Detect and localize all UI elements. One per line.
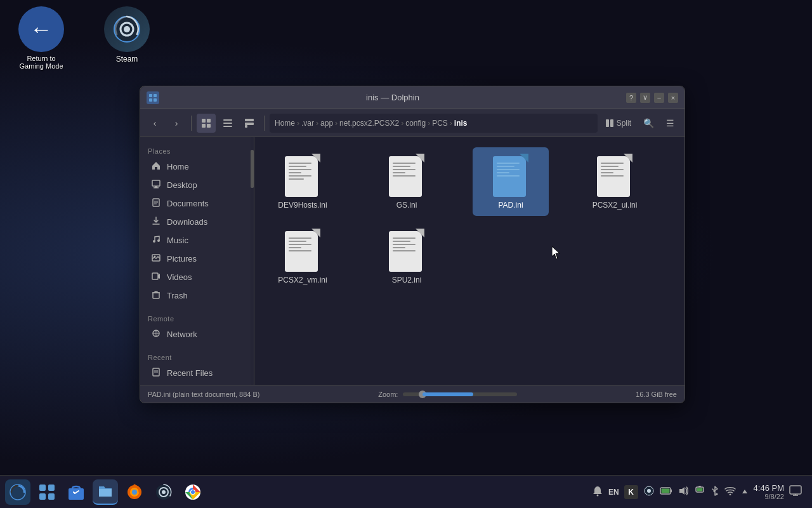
sidebar-item-music[interactable]: Music (143, 231, 251, 250)
breadcrumb[interactable]: Home › .var › app › net.pcsx2.PCSX2 › co… (270, 114, 598, 133)
steam-systray-icon[interactable] (643, 485, 655, 498)
file-icon-gs (389, 154, 424, 197)
steam-label: Steam (116, 55, 138, 64)
sidebar-item-network[interactable]: Network (143, 325, 251, 344)
lang-indicator[interactable]: EN (608, 488, 619, 497)
help-button[interactable]: ? (626, 93, 636, 103)
svg-rect-3 (149, 94, 152, 97)
zoom-track[interactable] (403, 392, 517, 396)
svg-rect-6 (154, 98, 157, 102)
systray-expand-icon[interactable] (741, 487, 749, 497)
file-item-pcsx2ui[interactable]: PCSX2_ui.ini (577, 147, 653, 216)
back-button[interactable]: ‹ (145, 114, 164, 133)
desktop-sidebar-icon (150, 180, 162, 190)
svg-rect-19 (152, 180, 160, 186)
view-details-button[interactable] (218, 114, 237, 133)
sidebar-home-label: Home (167, 162, 189, 171)
file-name-pcsx2ui: PCSX2_ui.ini (593, 201, 638, 210)
file-item-gs[interactable]: GS.ini (369, 147, 445, 216)
sidebar-item-documents[interactable]: Documents (143, 194, 251, 213)
steam-icon (104, 6, 150, 52)
file-item-pad[interactable]: PAD.ini (473, 147, 549, 216)
svg-rect-5 (149, 98, 152, 102)
breadcrumb-pcs[interactable]: PCS (432, 119, 448, 128)
status-bar: PAD.ini (plain text document, 884 B) Zoo… (140, 385, 684, 403)
view-icons-button[interactable] (197, 114, 216, 133)
wifi-icon[interactable] (724, 486, 736, 497)
split-button[interactable]: Split (600, 116, 636, 130)
file-item-dev9hosts[interactable]: DEV9Hosts.ini (265, 147, 341, 216)
steam-logo-svg (113, 15, 141, 43)
svg-rect-21 (154, 187, 159, 189)
sidebar-places-label: Places (140, 142, 254, 157)
breadcrumb-var[interactable]: .var (301, 119, 314, 128)
file-item-pcsx2vm[interactable]: PCSX2_vm.ini (265, 222, 341, 291)
main-content: Places Home (140, 137, 684, 385)
svg-rect-65 (698, 486, 701, 487)
breadcrumb-net[interactable]: net.pcsx2.PCSX2 (339, 119, 399, 128)
downloads-icon (150, 217, 162, 227)
sidebar-item-downloads[interactable]: Downloads (143, 213, 251, 231)
window-minimize-button[interactable]: − (654, 93, 664, 103)
file-area: DEV9Hosts.ini (254, 137, 684, 385)
search-button[interactable]: 🔍 (639, 114, 658, 133)
breadcrumb-home[interactable]: Home (275, 119, 295, 128)
split-label: Split (617, 119, 631, 128)
notification-icon[interactable] (592, 485, 603, 498)
breadcrumb-config[interactable]: config (405, 119, 426, 128)
desktop-icon-return[interactable]: ← Return to Gaming Mode (13, 6, 70, 70)
svg-point-53 (162, 490, 166, 494)
power-icon[interactable] (694, 485, 705, 498)
desktop-icon-steam[interactable]: Steam (98, 6, 155, 64)
battery-icon[interactable] (660, 486, 672, 497)
svg-point-60 (647, 489, 651, 493)
kbd-icon[interactable]: K (624, 485, 638, 499)
sidebar-item-videos[interactable]: Videos (143, 268, 251, 286)
toolbar-right: Split 🔍 ☰ (600, 114, 679, 133)
svg-rect-66 (697, 488, 702, 491)
taskbar-gaming-mode[interactable] (5, 479, 30, 505)
network-icon (150, 329, 162, 340)
dolphin-window: inis — Dolphin ? ∨ − × ‹ › (140, 86, 685, 403)
title-bar: inis — Dolphin ? ∨ − × (140, 86, 684, 109)
taskbar-chrome[interactable] (180, 479, 206, 505)
svg-rect-63 (661, 489, 669, 493)
taskbar-steam[interactable] (151, 479, 176, 505)
title-bar-controls: ? ∨ − × (626, 93, 678, 103)
window-minimize-down-button[interactable]: ∨ (640, 93, 650, 103)
taskbar-store[interactable] (63, 479, 89, 505)
svg-rect-16 (245, 125, 247, 128)
sidebar-item-recent-files[interactable]: Recent Files (143, 364, 251, 382)
svg-rect-20 (155, 186, 157, 187)
window-close-button[interactable]: × (668, 93, 678, 103)
breadcrumb-inis[interactable]: inis (454, 119, 468, 128)
display-icon[interactable] (789, 485, 802, 498)
sidebar-item-home[interactable]: Home (143, 157, 251, 176)
sidebar-music-label: Music (167, 236, 188, 245)
taskbar-settings[interactable] (34, 479, 60, 505)
volume-icon[interactable] (678, 485, 689, 498)
sidebar-item-pictures[interactable]: Pictures (143, 250, 251, 268)
svg-rect-10 (207, 124, 211, 128)
svg-rect-13 (223, 126, 232, 127)
taskbar-files[interactable] (93, 479, 118, 505)
menu-button[interactable]: ☰ (660, 114, 679, 133)
toolbar-divider-1 (191, 116, 192, 131)
view-compact-button[interactable] (240, 114, 259, 133)
taskbar-right: EN K (592, 483, 807, 500)
breadcrumb-app[interactable]: app (320, 119, 333, 128)
taskbar-firefox[interactable] (122, 479, 147, 505)
recent-files-icon (150, 368, 162, 378)
trash-icon (150, 290, 162, 301)
bluetooth-icon[interactable] (710, 485, 719, 498)
taskbar-clock[interactable]: 4:46 PM 9/8/22 (754, 483, 784, 500)
forward-button[interactable]: › (167, 114, 186, 133)
svg-rect-14 (245, 119, 254, 121)
music-icon (150, 235, 162, 246)
sidebar-scrollbar-thumb[interactable] (251, 150, 254, 188)
taskbar: EN K (0, 475, 812, 508)
sidebar-item-trash[interactable]: Trash (143, 286, 251, 305)
file-item-spu2[interactable]: SPU2.ini (369, 222, 445, 291)
sidebar-item-desktop[interactable]: Desktop (143, 176, 251, 194)
file-name-pad: PAD.ini (498, 201, 523, 210)
